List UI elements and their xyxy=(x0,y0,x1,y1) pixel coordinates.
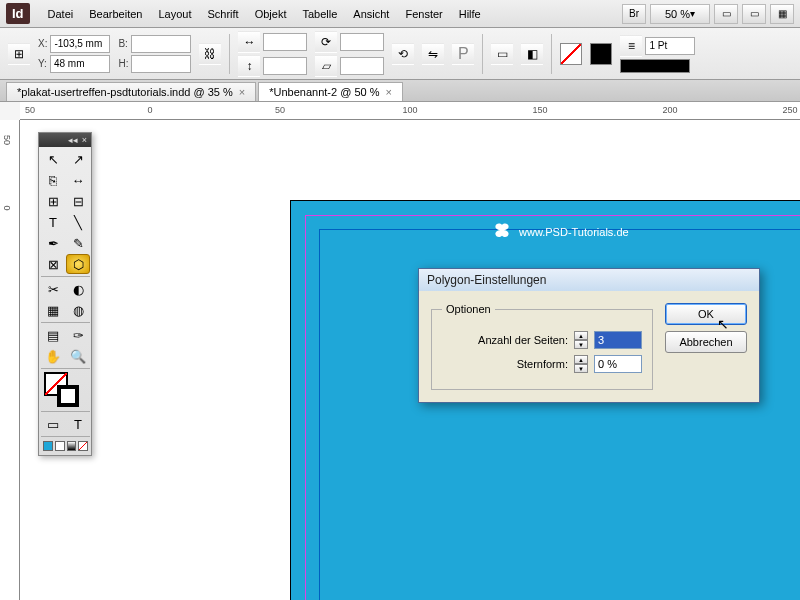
select-container-icon[interactable]: ▭ xyxy=(491,43,513,65)
y-label: Y: xyxy=(38,58,47,69)
rotate-90-icon[interactable]: ⟲ xyxy=(392,43,414,65)
polygon-tool[interactable]: ⬡ xyxy=(66,254,90,274)
star-step-down[interactable]: ▼ xyxy=(574,364,588,373)
pen-tool[interactable]: ✒ xyxy=(41,233,65,253)
content-placer-tool[interactable]: ⊟ xyxy=(66,191,90,211)
page-url-text: www.PSD-Tutorials.de xyxy=(491,221,629,243)
w-input[interactable] xyxy=(131,35,191,53)
document-tabs: *plakat-usertreffen-psdtutorials.indd @ … xyxy=(0,80,800,102)
options-group: Optionen Anzahl der Seiten: ▲▼ Sternform… xyxy=(431,303,653,390)
apply-gradient[interactable] xyxy=(67,441,77,451)
menu-bearbeiten[interactable]: Bearbeiten xyxy=(81,4,150,24)
note-tool[interactable]: ▤ xyxy=(41,325,65,345)
page-tool[interactable]: ⎘ xyxy=(41,170,65,190)
ok-button[interactable]: OK xyxy=(665,303,747,325)
scale-y-input[interactable] xyxy=(263,57,307,75)
ruler-vertical[interactable]: 50 0 xyxy=(0,120,20,600)
direct-selection-tool[interactable]: ↗ xyxy=(66,149,90,169)
butterfly-icon xyxy=(491,221,513,243)
flip-v-icon[interactable]: P xyxy=(452,43,474,65)
reference-point-icon[interactable]: ⊞ xyxy=(8,43,30,65)
selection-tool[interactable]: ↖ xyxy=(41,149,65,169)
control-bar: ⊞ X: Y: B: H: ⛓ ↔ ↕ ⟳ ▱ ⟲ ⇋ P ▭ ◧ ≡ xyxy=(0,28,800,80)
star-label: Sternform: xyxy=(517,358,568,370)
menu-tabelle[interactable]: Tabelle xyxy=(294,4,345,24)
star-step-up[interactable]: ▲ xyxy=(574,355,588,364)
formatting-container-icon[interactable]: ▭ xyxy=(41,414,65,434)
close-icon[interactable]: × xyxy=(386,86,392,98)
hand-tool[interactable]: ✋ xyxy=(41,346,65,366)
h-input[interactable] xyxy=(131,55,191,73)
menu-bar: Id Datei Bearbeiten Layout Schrift Objek… xyxy=(0,0,800,28)
scale-x-input[interactable] xyxy=(263,33,307,51)
tab-plakat[interactable]: *plakat-usertreffen-psdtutorials.indd @ … xyxy=(6,82,256,101)
options-legend: Optionen xyxy=(442,303,495,315)
free-transform-tool[interactable]: ◐ xyxy=(66,279,90,299)
content-collector-tool[interactable]: ⊞ xyxy=(41,191,65,211)
tab-unbenannt[interactable]: *Unbenannt-2 @ 50 %× xyxy=(258,82,403,101)
type-tool[interactable]: T xyxy=(41,212,65,232)
zoom-level[interactable]: 50 % ▾ xyxy=(650,4,710,24)
ruler-horizontal[interactable]: 50 0 50 100 150 200 250 xyxy=(20,102,800,120)
fill-swatch[interactable] xyxy=(560,43,582,65)
fill-stroke-control[interactable] xyxy=(41,371,90,409)
menu-hilfe[interactable]: Hilfe xyxy=(451,4,489,24)
menu-ansicht[interactable]: Ansicht xyxy=(345,4,397,24)
sides-step-down[interactable]: ▼ xyxy=(574,340,588,349)
apply-none-slash[interactable] xyxy=(78,441,88,451)
close-icon[interactable]: × xyxy=(82,135,87,145)
view-mode-icon[interactable]: ▭ xyxy=(714,4,738,24)
shear-icon[interactable]: ▱ xyxy=(315,55,337,77)
screen-mode-icon[interactable]: ▭ xyxy=(742,4,766,24)
pencil-tool[interactable]: ✎ xyxy=(66,233,90,253)
rotate-icon[interactable]: ⟳ xyxy=(315,31,337,53)
zoom-tool[interactable]: 🔍 xyxy=(66,346,90,366)
formatting-text-icon[interactable]: T xyxy=(66,414,90,434)
apply-swatches[interactable] xyxy=(41,439,90,453)
line-tool[interactable]: ╲ xyxy=(66,212,90,232)
shear-input[interactable] xyxy=(340,57,384,75)
scale-x-icon[interactable]: ↔ xyxy=(238,31,260,53)
gap-tool[interactable]: ↔ xyxy=(66,170,90,190)
arrange-icon[interactable]: ▦ xyxy=(770,4,794,24)
flip-h-icon[interactable]: ⇋ xyxy=(422,43,444,65)
scissors-tool[interactable]: ✂ xyxy=(41,279,65,299)
polygon-settings-dialog: Polygon-Einstellungen Optionen Anzahl de… xyxy=(418,268,760,403)
x-label: X: xyxy=(38,38,47,49)
app-logo: Id xyxy=(6,3,30,24)
cancel-button[interactable]: Abbrechen xyxy=(665,331,747,353)
apply-none[interactable] xyxy=(55,441,65,451)
gradient-swatch-tool[interactable]: ▦ xyxy=(41,300,65,320)
rotate-input[interactable] xyxy=(340,33,384,51)
y-input[interactable] xyxy=(50,55,110,73)
h-label: H: xyxy=(118,58,128,69)
sides-input[interactable] xyxy=(594,331,642,349)
dialog-title[interactable]: Polygon-Einstellungen xyxy=(419,269,759,291)
sides-label: Anzahl der Seiten: xyxy=(478,334,568,346)
w-label: B: xyxy=(118,38,127,49)
stroke-style-select[interactable] xyxy=(620,59,690,73)
bridge-button[interactable]: Br xyxy=(622,4,646,24)
close-icon[interactable]: × xyxy=(239,86,245,98)
eyedropper-tool[interactable]: ✑ xyxy=(66,325,90,345)
star-input[interactable] xyxy=(594,355,642,373)
stroke-swatch[interactable] xyxy=(590,43,612,65)
stroke-weight-input[interactable] xyxy=(645,37,695,55)
menu-datei[interactable]: Datei xyxy=(40,4,82,24)
toolbox-header[interactable]: ◂◂× xyxy=(39,133,91,147)
toolbox: ◂◂× ↖ ↗ ⎘ ↔ ⊞ ⊟ T ╲ ✒ ✎ ⊠ ⬡ ✂ ◐ ▦ ◍ ▤ ✑ … xyxy=(38,132,92,456)
apply-color-cyan[interactable] xyxy=(43,441,53,451)
rectangle-frame-tool[interactable]: ⊠ xyxy=(41,254,65,274)
menu-fenster[interactable]: Fenster xyxy=(397,4,450,24)
constrain-icon[interactable]: ⛓ xyxy=(199,43,221,65)
select-content-icon[interactable]: ◧ xyxy=(521,43,543,65)
collapse-icon[interactable]: ◂◂ xyxy=(68,135,78,145)
scale-y-icon[interactable]: ↕ xyxy=(238,55,260,77)
x-input[interactable] xyxy=(50,35,110,53)
menu-schrift[interactable]: Schrift xyxy=(200,4,247,24)
menu-objekt[interactable]: Objekt xyxy=(247,4,295,24)
stroke-weight-icon: ≡ xyxy=(620,35,642,57)
sides-step-up[interactable]: ▲ xyxy=(574,331,588,340)
menu-layout[interactable]: Layout xyxy=(150,4,199,24)
gradient-feather-tool[interactable]: ◍ xyxy=(66,300,90,320)
